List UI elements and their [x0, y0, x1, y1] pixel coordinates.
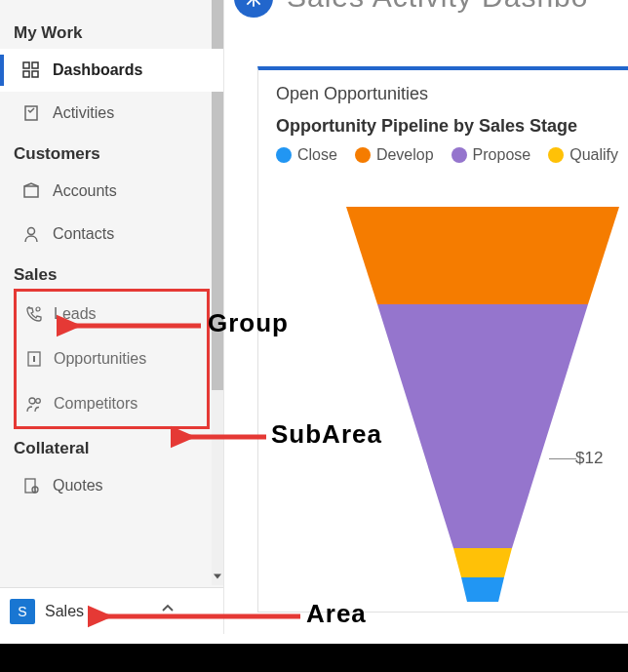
svg-point-12 — [36, 399, 41, 404]
sidebar-item-label: Contacts — [53, 225, 114, 243]
group-customers: Customers — [0, 135, 223, 170]
sales-subarea-highlight: Leads Opportunities Competitors — [14, 289, 210, 429]
black-border — [0, 644, 628, 672]
legend-label: Qualify — [569, 146, 618, 164]
opportunity-icon — [24, 349, 44, 369]
svg-marker-22 — [453, 548, 512, 577]
page-title: Sales Activity Dashbo — [287, 0, 588, 14]
value-tick — [549, 458, 576, 459]
svg-rect-1 — [23, 62, 29, 68]
account-icon — [21, 181, 41, 201]
annotation-label-area: Area — [306, 599, 367, 629]
sidebar-item-opportunities[interactable]: Opportunities — [17, 336, 207, 381]
group-my-work: My Work — [0, 14, 223, 49]
svg-point-11 — [29, 398, 35, 404]
svg-text:$: $ — [34, 487, 37, 493]
sidebar-item-activities[interactable]: Activities — [0, 92, 223, 135]
sidebar-item-label: Accounts — [53, 182, 117, 200]
svg-marker-0 — [214, 574, 221, 579]
area-badge: S — [10, 599, 35, 624]
svg-rect-6 — [24, 186, 38, 197]
legend-dot-propose — [451, 147, 467, 163]
chart-title: Opportunity Pipeline by Sales Stage — [276, 116, 628, 137]
sidebar-item-label: Activities — [53, 104, 114, 122]
legend-develop[interactable]: Develop — [355, 146, 434, 164]
legend-dot-develop — [355, 147, 371, 163]
sidebar-item-contacts[interactable]: Contacts — [0, 213, 223, 256]
sidebar-item-label: Competitors — [54, 395, 137, 413]
quote-icon: $ — [21, 476, 41, 495]
group-sales: Sales — [0, 256, 223, 291]
legend-dot-qualify — [548, 147, 564, 163]
svg-rect-3 — [23, 71, 29, 77]
phone-icon — [24, 304, 44, 324]
svg-rect-2 — [32, 62, 38, 68]
svg-rect-4 — [32, 71, 38, 77]
annotation-label-group: Group — [208, 308, 289, 338]
chevron-up-icon — [161, 602, 175, 615]
brand-icon — [234, 0, 273, 18]
legend-label: Propose — [473, 146, 531, 164]
person-icon — [21, 224, 41, 244]
legend-close[interactable]: Close — [276, 146, 337, 164]
area-label: Sales — [45, 603, 84, 620]
svg-marker-20 — [346, 207, 619, 304]
legend-propose[interactable]: Propose — [451, 146, 531, 164]
svg-rect-10 — [33, 356, 35, 362]
dashboard-icon — [21, 60, 41, 80]
card-title: Open Opportunities — [276, 84, 628, 104]
svg-point-8 — [36, 307, 40, 311]
legend-label: Develop — [376, 146, 434, 164]
sidebar-item-label: Dashboards — [53, 61, 142, 79]
competitor-icon — [24, 394, 44, 414]
sidebar-item-accounts[interactable]: Accounts — [0, 170, 223, 213]
scroll-down-icon[interactable] — [214, 573, 221, 580]
sidebar-item-leads[interactable]: Leads — [17, 292, 207, 336]
sidebar-item-label: Quotes — [53, 477, 103, 494]
svg-point-7 — [28, 228, 35, 235]
sidebar-item-competitors[interactable]: Competitors — [17, 381, 207, 426]
sidebar-item-quotes[interactable]: $ Quotes — [0, 464, 223, 507]
svg-marker-23 — [461, 577, 504, 602]
legend-dot-close — [276, 147, 292, 163]
app-header: Sales Activity Dashbo — [224, 0, 628, 39]
svg-rect-5 — [25, 106, 37, 120]
legend-qualify[interactable]: Qualify — [548, 146, 618, 164]
clipboard-icon — [21, 103, 41, 123]
opportunities-card: Open Opportunities Opportunity Pipeline … — [257, 66, 628, 613]
chart-legend: Close Develop Propose Qualify — [276, 146, 628, 164]
group-collateral: Collateral — [0, 429, 223, 464]
area-switcher[interactable]: S Sales — [0, 587, 223, 634]
funnel-chart — [327, 207, 628, 607]
sidebar-item-dashboards[interactable]: Dashboards — [0, 49, 223, 92]
sidebar: My Work Dashboards Activities Customers … — [0, 0, 224, 634]
funnel-value-label: $12 — [575, 449, 603, 468]
sidebar-item-label: Leads — [54, 305, 97, 323]
annotation-label-subarea: SubArea — [271, 419, 382, 450]
svg-marker-21 — [377, 304, 588, 548]
sidebar-item-label: Opportunities — [54, 350, 146, 368]
legend-label: Close — [297, 146, 337, 164]
